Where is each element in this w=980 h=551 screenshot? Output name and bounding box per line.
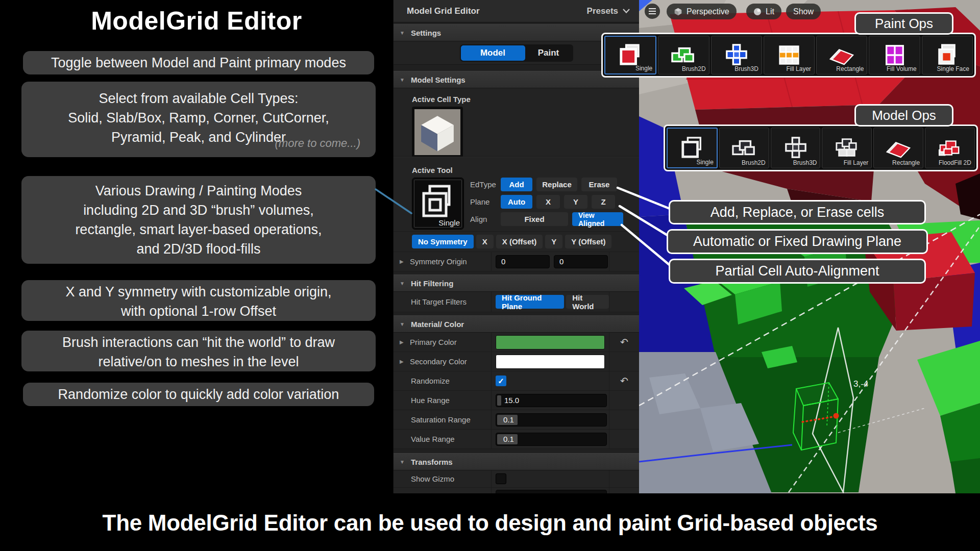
symmetry-y-offset-button[interactable]: Y (Offset) — [565, 235, 611, 248]
plane-label: Plane — [470, 197, 497, 206]
cube-cell-icon — [414, 109, 460, 155]
show-gizmo-label: Show Gizmo — [411, 474, 454, 483]
symmetry-row: No Symmetry X X (Offset) Y Y (Offset) — [394, 232, 639, 252]
expander-icon[interactable]: ▶ — [400, 259, 406, 264]
secondary-color-row: ▶ Secondary Color — [394, 352, 639, 371]
active-cell-type-thumbnail[interactable] — [412, 107, 463, 158]
plane-auto-button[interactable]: Auto — [501, 195, 532, 209]
tool-label: Single Face — [937, 65, 969, 72]
model-op-fill-layer[interactable]: Fill Layer — [822, 128, 872, 168]
active-cell-type-label: Active Cell Type — [412, 95, 471, 104]
active-cell-type-row: Active Cell Type — [394, 88, 639, 104]
note-hit-world: Brush interactions can “hit the world” t… — [21, 331, 376, 371]
symmetry-y-button[interactable]: Y — [545, 235, 562, 248]
paint-ops-label: Paint Ops — [854, 12, 953, 35]
hue-range-field[interactable]: 15.0 — [496, 394, 607, 407]
expander-icon: ▼ — [400, 321, 406, 327]
expander-icon: ▼ — [400, 77, 406, 83]
show-gizmo-row: Show Gizmo — [394, 470, 639, 488]
value-range-label: Value Range — [411, 435, 455, 443]
expander-icon[interactable]: ▶ — [400, 339, 406, 345]
note-text: with optional 1-row Offset — [21, 302, 376, 321]
active-tool-container: Single EdType Add Replace Erase Plane Au… — [394, 174, 639, 232]
paint-op-brush3d[interactable]: Brush3D — [711, 36, 762, 74]
tool-label: Rectangle — [892, 159, 920, 166]
section-hit-filtering[interactable]: ▼ Hit Filtering — [394, 274, 639, 292]
model-ops-toolbar: Single Brush2D Brush3D Fill Layer — [664, 124, 978, 171]
value-range-row: Value Range 0.1 — [394, 430, 639, 449]
fill-volume-icon — [882, 43, 908, 67]
paint-op-rectangle[interactable]: Rectangle — [816, 36, 867, 74]
saturation-range-field[interactable]: 0.1 — [496, 413, 607, 427]
edtype-row: EdType Add Replace Erase — [470, 178, 623, 191]
hit-ground-plane-button[interactable]: Hit Ground Plane — [496, 295, 564, 309]
chevron-down-icon — [623, 9, 630, 13]
single-face-icon — [935, 43, 960, 67]
cube-icon — [674, 7, 682, 16]
paint-op-fill-volume[interactable]: Fill Volume — [869, 36, 920, 74]
model-op-floodfill-2d[interactable]: FloodFill 2D — [925, 128, 975, 168]
edtype-add-button[interactable]: Add — [501, 178, 532, 191]
paint-op-single-face[interactable]: Single Face — [922, 36, 973, 74]
paint-mode-button[interactable]: Paint — [525, 45, 572, 61]
note-symmetry: X and Y symmetry with customizable origi… — [21, 280, 376, 321]
tool-options: EdType Add Replace Erase Plane Auto X Y … — [470, 178, 623, 231]
model-mode-button[interactable]: Model — [461, 45, 525, 61]
hit-target-label: Hit Target Filters — [411, 297, 467, 306]
primary-color-swatch[interactable] — [496, 335, 605, 349]
section-material-color[interactable]: ▼ Material/ Color — [394, 315, 639, 333]
note-text: Select from available Cell Types: — [21, 89, 376, 108]
model-op-rectangle[interactable]: Rectangle — [873, 128, 923, 168]
model-op-brush3d[interactable]: Brush3D — [771, 128, 821, 168]
plane-x-button[interactable]: X — [536, 195, 560, 209]
symmetry-origin-row: ▶ Symmetry Origin 0 0 — [394, 252, 639, 271]
tool-label: Brush2D — [742, 159, 766, 166]
secondary-color-swatch[interactable] — [496, 355, 605, 369]
slider-handle[interactable] — [497, 395, 501, 406]
single-cell-icon — [618, 43, 643, 67]
expander-icon[interactable]: ▶ — [400, 359, 406, 364]
value-range-field[interactable]: 0.1 — [496, 433, 607, 446]
randomize-checkbox[interactable]: ✓ — [496, 375, 506, 386]
plane-y-button[interactable]: Y — [564, 195, 587, 209]
plane-z-button[interactable]: Z — [592, 195, 615, 209]
perspective-dropdown[interactable]: Perspective — [667, 4, 737, 19]
viewport-menu-button[interactable] — [645, 4, 660, 19]
active-tool-thumbnail[interactable]: Single — [412, 178, 464, 230]
align-fixed-button[interactable]: Fixed — [501, 212, 568, 226]
paint-op-brush2d[interactable]: Brush2D — [658, 36, 709, 74]
show-coords-dropdown[interactable]: Show XY — [496, 490, 607, 494]
symmetry-x-button[interactable]: X — [476, 235, 494, 248]
symmetry-none-button[interactable]: No Symmetry — [412, 235, 474, 248]
edtype-erase-button[interactable]: Erase — [581, 178, 617, 191]
tool-label: Single — [696, 159, 713, 166]
show-dropdown[interactable]: Show — [786, 4, 821, 19]
reset-icon[interactable]: ↶ — [620, 375, 628, 387]
tool-label: Fill Layer — [844, 159, 869, 166]
page-title: ModelGrid Editor — [0, 6, 393, 36]
fill-layer-icon — [834, 136, 860, 160]
slide-caption: The ModelGrid Editor can be used to desi… — [0, 510, 980, 536]
tool-label: Fill Layer — [786, 65, 811, 72]
model-op-brush2d[interactable]: Brush2D — [719, 128, 769, 168]
model-op-single[interactable]: Single — [667, 128, 718, 168]
show-gizmo-checkbox[interactable] — [496, 473, 506, 484]
label-text: Paint Ops — [875, 16, 933, 32]
symmetry-x-offset-button[interactable]: X (Offset) — [496, 235, 543, 248]
note-text: and 2D/3D flood-fills — [21, 239, 376, 259]
note-text: Brush interactions can “hit the world” t… — [21, 333, 376, 352]
align-label: Align — [470, 215, 497, 223]
reset-icon[interactable]: ↶ — [620, 336, 628, 348]
hit-world-button[interactable]: Hit World — [566, 295, 609, 309]
presets-dropdown[interactable]: Presets — [587, 6, 630, 16]
paint-op-single[interactable]: Single — [604, 36, 656, 74]
brush2d-icon — [731, 136, 757, 160]
section-transforms[interactable]: ▼ Transforms — [394, 453, 639, 470]
callout-text: Add, Replace, or Erase cells — [710, 205, 885, 220]
paint-op-fill-layer[interactable]: Fill Layer — [764, 36, 815, 74]
symmetry-origin-y-field[interactable]: 0 — [554, 255, 608, 268]
lit-dropdown[interactable]: Lit — [746, 4, 781, 19]
edtype-replace-button[interactable]: Replace — [536, 178, 577, 191]
symmetry-origin-x-field[interactable]: 0 — [496, 255, 550, 268]
align-view-aligned-button[interactable]: View Aligned — [572, 212, 623, 226]
